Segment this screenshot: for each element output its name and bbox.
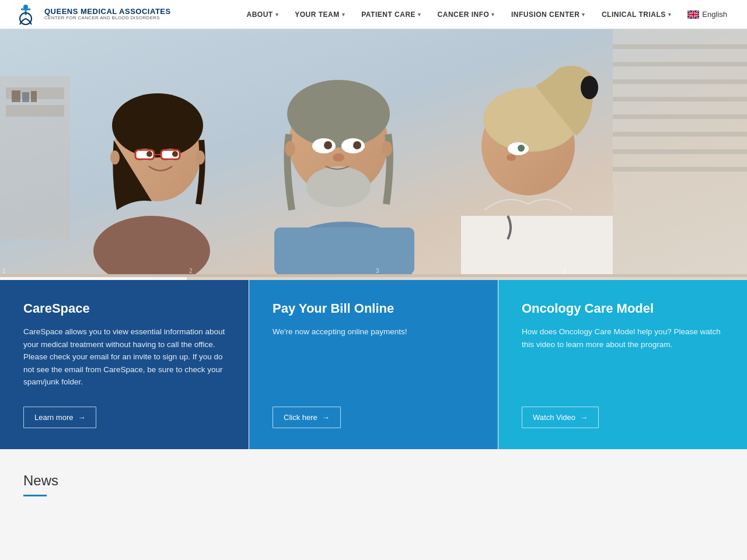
svg-rect-8	[6, 105, 64, 117]
logo-title: QUEENS MEDICAL ASSOCIATES	[44, 8, 171, 16]
nav-item-about[interactable]: ABOUT▾	[238, 0, 287, 29]
slide-indicator-3[interactable]: 3	[374, 277, 560, 280]
card-button-oncology-care[interactable]: Watch Video →	[522, 407, 599, 428]
svg-point-29	[146, 151, 152, 157]
card-button-carespace[interactable]: Learn more →	[23, 407, 96, 428]
svg-point-23	[112, 93, 203, 158]
svg-point-49	[581, 76, 598, 99]
nav-label-cancer-info: CANCER INFO	[438, 10, 490, 19]
slide-num-3: 3	[376, 268, 379, 274]
nav-label-about: ABOUT	[246, 10, 273, 19]
svg-rect-46	[461, 216, 613, 274]
card-text-pay-bill: We're now accepting online payments!	[273, 326, 474, 397]
svg-point-44	[382, 141, 392, 156]
news-title: News	[23, 473, 724, 489]
logo-text: QUEENS MEDICAL ASSOCIATES CENTER FOR CAN…	[44, 8, 171, 21]
site-header: QUEENS MEDICAL ASSOCIATES CENTER FOR CAN…	[0, 0, 747, 29]
svg-point-30	[172, 151, 178, 157]
slide-indicator-bar: 1 2 3 3	[0, 277, 747, 280]
svg-point-51	[518, 145, 525, 152]
svg-point-39	[341, 138, 365, 153]
svg-point-38	[312, 138, 336, 153]
nav-item-cancer-info[interactable]: CANCER INFO▾	[430, 0, 503, 29]
logo-area[interactable]: QUEENS MEDICAL ASSOCIATES CENTER FOR CAN…	[12, 2, 181, 27]
news-underline	[23, 495, 47, 496]
card-title-carespace: CareSpace	[23, 301, 225, 316]
card-button-label-oncology-care: Watch Video	[533, 413, 575, 422]
svg-rect-11	[31, 91, 37, 102]
nav-item-infusion-center[interactable]: INFUSION CENTER▾	[503, 0, 594, 29]
card-button-arrow-oncology-care: →	[580, 413, 588, 422]
svg-rect-34	[274, 228, 414, 274]
svg-point-31	[110, 150, 120, 164]
nav-arrow-patient-care: ▾	[418, 12, 421, 18]
nav-arrow-about: ▾	[275, 12, 279, 18]
card-title-oncology-care: Oncology Care Model	[522, 301, 724, 316]
nav-label-patient-care: PATIENT CARE	[361, 10, 416, 19]
nav-arrow-your-team: ▾	[342, 12, 345, 18]
language-selector[interactable]: English	[679, 10, 735, 19]
card-button-pay-bill[interactable]: Click here →	[273, 407, 341, 428]
svg-rect-10	[22, 92, 29, 102]
svg-point-52	[507, 154, 516, 161]
svg-point-42	[333, 153, 344, 162]
hero-section: 1 2 3 3	[0, 29, 747, 280]
news-section: News	[0, 449, 747, 543]
slide-num-4: 3	[563, 268, 566, 274]
slide-indicator-4[interactable]: 3	[560, 277, 747, 280]
svg-point-43	[285, 141, 295, 156]
cards-section: CareSpace CareSpace allows you to view e…	[0, 280, 747, 449]
nav-arrow-infusion-center: ▾	[582, 12, 585, 18]
card-button-label-carespace: Learn more	[34, 413, 73, 422]
main-nav: ABOUT▾YOUR TEAM▾PATIENT CARE▾CANCER INFO…	[181, 0, 735, 29]
slide-indicator-1[interactable]: 1	[0, 277, 187, 280]
logo-icon	[12, 2, 40, 27]
svg-point-32	[196, 150, 205, 164]
slide-num-2: 2	[189, 268, 193, 274]
card-text-carespace: CareSpace allows you to view essential i…	[23, 326, 225, 397]
hero-image	[0, 29, 747, 280]
slide-num-1: 1	[2, 268, 6, 274]
nav-label-your-team: YOUR TEAM	[295, 10, 340, 19]
logo-subtitle: CENTER FOR CANCER AND BLOOD DISORDERS	[44, 16, 171, 21]
card-pay-bill: Pay Your Bill Online We're now accepting…	[249, 280, 498, 449]
card-text-oncology-care: How does Oncology Care Model help you? P…	[522, 326, 724, 397]
language-label: English	[702, 10, 727, 19]
svg-point-36	[287, 80, 390, 148]
nav-arrow-clinical-trials: ▾	[668, 12, 672, 18]
slide-indicator-2[interactable]: 2	[187, 277, 374, 280]
svg-point-41	[353, 141, 361, 149]
nav-item-your-team[interactable]: YOUR TEAM▾	[287, 0, 353, 29]
svg-point-3	[23, 5, 28, 9]
card-button-arrow-pay-bill: →	[322, 413, 330, 422]
nav-item-clinical-trials[interactable]: CLINICAL TRIALS▾	[594, 0, 679, 29]
card-title-pay-bill: Pay Your Bill Online	[273, 301, 474, 316]
card-button-label-pay-bill: Click here	[284, 413, 317, 422]
svg-point-40	[324, 141, 332, 149]
card-carespace: CareSpace CareSpace allows you to view e…	[0, 280, 249, 449]
card-button-arrow-carespace: →	[78, 413, 85, 422]
nav-item-patient-care[interactable]: PATIENT CARE▾	[353, 0, 429, 29]
nav-arrow-cancer-info: ▾	[491, 12, 495, 18]
flag-icon	[687, 10, 699, 19]
svg-rect-9	[12, 90, 20, 102]
nav-label-clinical-trials: CLINICAL TRIALS	[602, 10, 666, 19]
card-oncology-care: Oncology Care Model How does Oncology Ca…	[498, 280, 747, 449]
nav-label-infusion-center: INFUSION CENTER	[511, 10, 580, 19]
